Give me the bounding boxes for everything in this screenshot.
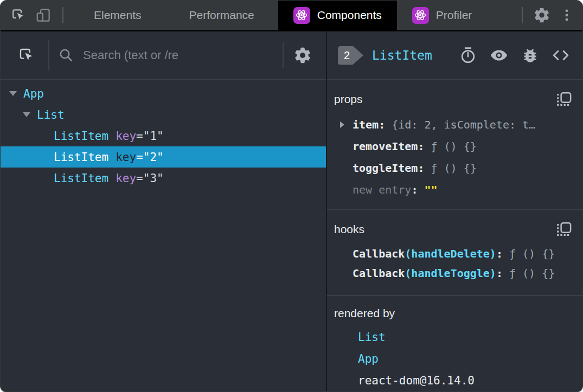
chevron-down-icon[interactable] [9, 91, 17, 96]
view-source-icon [551, 46, 571, 65]
copy-props-button[interactable] [555, 91, 572, 107]
tab-profiler[interactable]: Profiler [397, 0, 488, 31]
colon: : [496, 267, 503, 280]
suspend-toggle-button[interactable] [458, 46, 478, 65]
hook-type: Callback [353, 247, 405, 260]
tree-item-list[interactable]: List [1, 104, 326, 125]
inspect-dom-button[interactable] [489, 46, 509, 65]
tab-label: Components [317, 9, 382, 22]
hook-value: ƒ () {} [509, 247, 555, 260]
react-icon [412, 7, 429, 24]
key-value: ="1" [136, 130, 164, 143]
component-name: List [37, 108, 65, 121]
component-name: ListItem [54, 151, 108, 164]
key-attribute: key [116, 130, 136, 143]
copy-icon [555, 91, 572, 107]
props-section-title: props [334, 93, 363, 106]
hook-type: Callback [353, 267, 405, 280]
prop-row-removeitem[interactable]: removeItem: ƒ () {} [327, 136, 582, 157]
hooks-section: hooks Callback(handleDelete): ƒ () [327, 210, 582, 296]
prop-row-toggleitem[interactable]: toggleItem: ƒ () {} [327, 157, 582, 179]
prop-row-new-entry[interactable]: new entry: "" [327, 179, 582, 201]
key-value: ="2" [136, 151, 164, 164]
tree-item-listitem-1[interactable]: ListItemkey="1" [1, 125, 326, 146]
new-entry-name[interactable]: new entry [353, 183, 411, 196]
chevron-down-icon[interactable] [23, 112, 30, 117]
colon: : [411, 183, 418, 196]
settings-button[interactable] [529, 0, 554, 31]
tab-label: Elements [94, 9, 142, 22]
hooks-section-title: hooks [334, 223, 364, 236]
toolbar-separator [283, 42, 284, 68]
component-tree: App List ListItemkey="1" ListItemkey="2"… [1, 80, 326, 189]
log-to-console-button[interactable] [520, 46, 540, 65]
prop-value[interactable]: ƒ () {} [431, 140, 476, 153]
device-toolbar-icon [35, 7, 52, 23]
inspector-header: 2 ListItem [327, 31, 582, 80]
kebab-menu-icon [559, 8, 574, 23]
tabbar-separator [62, 7, 63, 23]
device-toolbar-button[interactable] [31, 0, 56, 31]
tab-elements[interactable]: Elements [70, 0, 165, 31]
bug-icon [521, 47, 539, 65]
gear-icon [293, 46, 312, 65]
search-input[interactable] [83, 48, 273, 62]
tree-settings-button[interactable] [293, 46, 312, 65]
owner-row-list[interactable]: List [327, 326, 582, 348]
eye-icon [489, 46, 509, 65]
tab-label: Profiler [436, 9, 472, 22]
search-icon [58, 47, 74, 63]
tabbar-separator [522, 7, 523, 23]
rendered-by-section: rendered by List App react-dom@16.14.0 [327, 296, 582, 391]
tree-item-listitem-3[interactable]: ListItemkey="3" [1, 168, 326, 189]
component-name: ListItem [54, 130, 108, 143]
renderer-version: react-dom@16.14.0 [358, 374, 475, 387]
view-source-button[interactable] [551, 46, 571, 65]
prop-name: removeItem: [353, 140, 424, 153]
tab-components[interactable]: Components [278, 0, 397, 31]
react-icon [293, 7, 310, 24]
toolbar-separator [48, 40, 49, 70]
inspect-element-button[interactable] [6, 0, 31, 31]
owner-link[interactable]: List [358, 331, 386, 344]
selected-component-title: ListItem [372, 48, 432, 62]
more-options-button[interactable] [554, 0, 579, 31]
prop-name: toggleItem: [353, 162, 424, 175]
tree-item-listitem-2-selected[interactable]: ListItemkey="2" [1, 146, 326, 168]
tab-performance[interactable]: Performance [165, 0, 278, 31]
copy-hooks-button[interactable] [555, 221, 572, 237]
colon: : [496, 247, 503, 260]
key-value: ="3" [136, 172, 164, 185]
new-entry-value[interactable]: "" [424, 183, 437, 196]
inspect-icon [17, 46, 36, 65]
inspect-icon [10, 7, 27, 23]
rendered-by-title: rendered by [334, 307, 395, 320]
owner-row-app[interactable]: App [327, 348, 582, 370]
devtools-window: Elements Performance Components [0, 0, 583, 392]
timer-icon [459, 46, 477, 65]
components-tree-panel: App List ListItemkey="1" ListItemkey="2"… [1, 31, 327, 391]
tree-toolbar [1, 31, 326, 80]
key-attribute: key [116, 151, 136, 164]
copy-icon [555, 221, 572, 237]
tab-label: Performance [189, 9, 254, 22]
prop-value[interactable]: {id: 2, isComplete: t… [392, 118, 535, 131]
owner-link[interactable]: App [358, 352, 379, 365]
hook-row-handletoggle[interactable]: Callback(handleToggle): ƒ () {} [327, 264, 582, 283]
component-name: App [23, 87, 44, 100]
gear-icon [533, 7, 550, 24]
select-element-button[interactable] [17, 46, 36, 65]
hook-name: (handleDelete) [405, 247, 496, 260]
owner-row-react-dom: react-dom@16.14.0 [327, 370, 582, 391]
tree-item-app[interactable]: App [1, 83, 326, 104]
hook-value: ƒ () {} [509, 267, 555, 280]
prop-name: item: [353, 118, 385, 131]
props-section: props item: {id: 2, isCo [327, 80, 582, 210]
hook-row-handledelete[interactable]: Callback(handleDelete): ƒ () {} [327, 244, 582, 264]
hook-name: (handleToggle) [405, 267, 496, 280]
prop-row-item[interactable]: item: {id: 2, isComplete: t… [327, 114, 582, 136]
selected-index-badge: 2 [338, 46, 363, 65]
chevron-right-icon[interactable] [340, 121, 344, 128]
prop-value[interactable]: ƒ () {} [431, 162, 476, 175]
devtools-tabbar: Elements Performance Components [1, 1, 582, 31]
